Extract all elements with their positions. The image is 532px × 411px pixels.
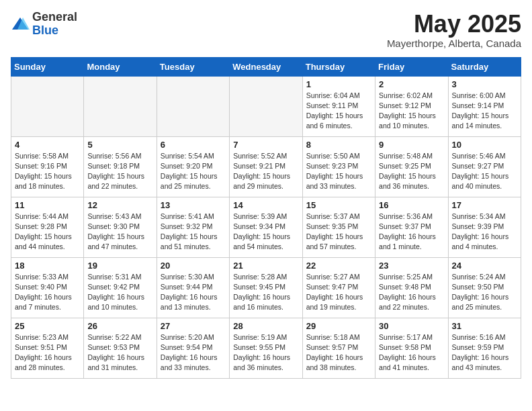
day-number: 5 bbox=[87, 140, 152, 150]
day-number: 27 bbox=[161, 321, 226, 331]
calendar-week-row: 11Sunrise: 5:44 AM Sunset: 9:28 PM Dayli… bbox=[11, 197, 521, 257]
calendar-cell: 30Sunrise: 5:17 AM Sunset: 9:58 PM Dayli… bbox=[375, 318, 448, 378]
calendar-week-row: 25Sunrise: 5:23 AM Sunset: 9:51 PM Dayli… bbox=[11, 318, 521, 378]
day-info: Sunrise: 5:39 AM Sunset: 9:34 PM Dayligh… bbox=[233, 212, 298, 253]
calendar-cell: 6Sunrise: 5:54 AM Sunset: 9:20 PM Daylig… bbox=[157, 136, 229, 197]
location: Mayerthorpe, Alberta, Canada bbox=[387, 38, 521, 49]
calendar-cell: 11Sunrise: 5:44 AM Sunset: 9:28 PM Dayli… bbox=[11, 197, 84, 257]
calendar-cell: 4Sunrise: 5:58 AM Sunset: 9:16 PM Daylig… bbox=[11, 136, 84, 197]
calendar-cell: 13Sunrise: 5:41 AM Sunset: 9:32 PM Dayli… bbox=[157, 197, 229, 257]
day-number: 8 bbox=[306, 140, 371, 150]
calendar-cell: 24Sunrise: 5:24 AM Sunset: 9:50 PM Dayli… bbox=[448, 257, 521, 318]
day-info: Sunrise: 5:23 AM Sunset: 9:51 PM Dayligh… bbox=[15, 332, 80, 373]
day-number: 28 bbox=[233, 321, 298, 331]
day-number: 30 bbox=[379, 321, 444, 331]
day-number: 25 bbox=[15, 321, 80, 331]
day-info: Sunrise: 5:24 AM Sunset: 9:50 PM Dayligh… bbox=[452, 272, 517, 313]
calendar-cell: 22Sunrise: 5:27 AM Sunset: 9:47 PM Dayli… bbox=[302, 257, 375, 318]
calendar-cell: 19Sunrise: 5:31 AM Sunset: 9:42 PM Dayli… bbox=[84, 257, 157, 318]
day-info: Sunrise: 5:56 AM Sunset: 9:18 PM Dayligh… bbox=[87, 151, 152, 192]
calendar-cell: 21Sunrise: 5:28 AM Sunset: 9:45 PM Dayli… bbox=[230, 257, 302, 318]
logo-icon bbox=[11, 15, 30, 34]
day-number: 17 bbox=[452, 200, 517, 210]
day-info: Sunrise: 5:18 AM Sunset: 9:57 PM Dayligh… bbox=[306, 332, 371, 373]
day-info: Sunrise: 5:27 AM Sunset: 9:47 PM Dayligh… bbox=[306, 272, 371, 313]
day-number: 23 bbox=[379, 261, 444, 271]
day-info: Sunrise: 5:54 AM Sunset: 9:20 PM Dayligh… bbox=[161, 151, 226, 192]
calendar-cell: 26Sunrise: 5:22 AM Sunset: 9:53 PM Dayli… bbox=[84, 318, 157, 378]
day-info: Sunrise: 5:17 AM Sunset: 9:58 PM Dayligh… bbox=[379, 332, 444, 373]
calendar-cell bbox=[84, 76, 157, 136]
day-number: 9 bbox=[379, 140, 444, 150]
day-info: Sunrise: 5:41 AM Sunset: 9:32 PM Dayligh… bbox=[161, 212, 226, 253]
day-number: 22 bbox=[306, 261, 371, 271]
calendar-cell: 7Sunrise: 5:52 AM Sunset: 9:21 PM Daylig… bbox=[230, 136, 302, 197]
calendar-cell: 3Sunrise: 6:00 AM Sunset: 9:14 PM Daylig… bbox=[448, 76, 521, 136]
calendar-week-row: 18Sunrise: 5:33 AM Sunset: 9:40 PM Dayli… bbox=[11, 257, 521, 318]
day-info: Sunrise: 5:48 AM Sunset: 9:25 PM Dayligh… bbox=[379, 151, 444, 192]
calendar-cell: 27Sunrise: 5:20 AM Sunset: 9:54 PM Dayli… bbox=[157, 318, 229, 378]
day-number: 2 bbox=[379, 79, 444, 89]
day-number: 18 bbox=[15, 261, 80, 271]
day-info: Sunrise: 5:33 AM Sunset: 9:40 PM Dayligh… bbox=[15, 272, 80, 313]
calendar-cell: 8Sunrise: 5:50 AM Sunset: 9:23 PM Daylig… bbox=[302, 136, 375, 197]
day-info: Sunrise: 5:36 AM Sunset: 9:37 PM Dayligh… bbox=[379, 212, 444, 253]
day-info: Sunrise: 6:04 AM Sunset: 9:11 PM Dayligh… bbox=[306, 91, 371, 132]
calendar-cell: 23Sunrise: 5:25 AM Sunset: 9:48 PM Dayli… bbox=[375, 257, 448, 318]
calendar-cell: 1Sunrise: 6:04 AM Sunset: 9:11 PM Daylig… bbox=[302, 76, 375, 136]
calendar-cell: 31Sunrise: 5:16 AM Sunset: 9:59 PM Dayli… bbox=[448, 318, 521, 378]
calendar-cell: 9Sunrise: 5:48 AM Sunset: 9:25 PM Daylig… bbox=[375, 136, 448, 197]
day-info: Sunrise: 5:30 AM Sunset: 9:44 PM Dayligh… bbox=[161, 272, 226, 313]
calendar-cell: 14Sunrise: 5:39 AM Sunset: 9:34 PM Dayli… bbox=[230, 197, 302, 257]
calendar-cell bbox=[157, 76, 229, 136]
calendar-cell: 17Sunrise: 5:34 AM Sunset: 9:39 PM Dayli… bbox=[448, 197, 521, 257]
calendar-cell bbox=[11, 76, 84, 136]
day-number: 21 bbox=[233, 261, 298, 271]
col-header-sunday: Sunday bbox=[11, 57, 84, 76]
day-number: 14 bbox=[233, 200, 298, 210]
day-info: Sunrise: 5:20 AM Sunset: 9:54 PM Dayligh… bbox=[161, 332, 226, 373]
day-info: Sunrise: 5:25 AM Sunset: 9:48 PM Dayligh… bbox=[379, 272, 444, 313]
day-info: Sunrise: 5:34 AM Sunset: 9:39 PM Dayligh… bbox=[452, 212, 517, 253]
day-number: 19 bbox=[87, 261, 152, 271]
day-number: 4 bbox=[15, 140, 80, 150]
calendar-cell: 18Sunrise: 5:33 AM Sunset: 9:40 PM Dayli… bbox=[11, 257, 84, 318]
day-info: Sunrise: 5:50 AM Sunset: 9:23 PM Dayligh… bbox=[306, 151, 371, 192]
calendar-cell: 25Sunrise: 5:23 AM Sunset: 9:51 PM Dayli… bbox=[11, 318, 84, 378]
day-info: Sunrise: 5:19 AM Sunset: 9:55 PM Dayligh… bbox=[233, 332, 298, 373]
title-block: May 2025 Mayerthorpe, Alberta, Canada bbox=[387, 11, 521, 49]
day-number: 7 bbox=[233, 140, 298, 150]
calendar-header-row: SundayMondayTuesdayWednesdayThursdayFrid… bbox=[11, 57, 521, 76]
day-number: 16 bbox=[379, 200, 444, 210]
logo: General Blue bbox=[11, 11, 77, 38]
calendar-week-row: 4Sunrise: 5:58 AM Sunset: 9:16 PM Daylig… bbox=[11, 136, 521, 197]
day-number: 24 bbox=[452, 261, 517, 271]
day-number: 20 bbox=[161, 261, 226, 271]
day-info: Sunrise: 5:43 AM Sunset: 9:30 PM Dayligh… bbox=[87, 212, 152, 253]
day-info: Sunrise: 5:37 AM Sunset: 9:35 PM Dayligh… bbox=[306, 212, 371, 253]
day-number: 31 bbox=[452, 321, 517, 331]
calendar-cell: 20Sunrise: 5:30 AM Sunset: 9:44 PM Dayli… bbox=[157, 257, 229, 318]
calendar-table: SundayMondayTuesdayWednesdayThursdayFrid… bbox=[11, 57, 521, 379]
day-info: Sunrise: 5:58 AM Sunset: 9:16 PM Dayligh… bbox=[15, 151, 80, 192]
col-header-saturday: Saturday bbox=[448, 57, 521, 76]
calendar-cell: 28Sunrise: 5:19 AM Sunset: 9:55 PM Dayli… bbox=[230, 318, 302, 378]
col-header-monday: Monday bbox=[84, 57, 157, 76]
day-number: 1 bbox=[306, 79, 371, 89]
calendar-cell: 10Sunrise: 5:46 AM Sunset: 9:27 PM Dayli… bbox=[448, 136, 521, 197]
day-number: 6 bbox=[161, 140, 226, 150]
calendar-cell: 2Sunrise: 6:02 AM Sunset: 9:12 PM Daylig… bbox=[375, 76, 448, 136]
day-number: 13 bbox=[161, 200, 226, 210]
page-header: General Blue May 2025 Mayerthorpe, Alber… bbox=[11, 11, 521, 49]
calendar-cell bbox=[230, 76, 302, 136]
day-number: 26 bbox=[87, 321, 152, 331]
day-info: Sunrise: 6:02 AM Sunset: 9:12 PM Dayligh… bbox=[379, 91, 444, 132]
day-info: Sunrise: 5:46 AM Sunset: 9:27 PM Dayligh… bbox=[452, 151, 517, 192]
day-number: 15 bbox=[306, 200, 371, 210]
day-info: Sunrise: 5:52 AM Sunset: 9:21 PM Dayligh… bbox=[233, 151, 298, 192]
day-number: 11 bbox=[15, 200, 80, 210]
col-header-thursday: Thursday bbox=[302, 57, 375, 76]
calendar-cell: 16Sunrise: 5:36 AM Sunset: 9:37 PM Dayli… bbox=[375, 197, 448, 257]
day-info: Sunrise: 5:31 AM Sunset: 9:42 PM Dayligh… bbox=[87, 272, 152, 313]
day-info: Sunrise: 6:00 AM Sunset: 9:14 PM Dayligh… bbox=[452, 91, 517, 132]
